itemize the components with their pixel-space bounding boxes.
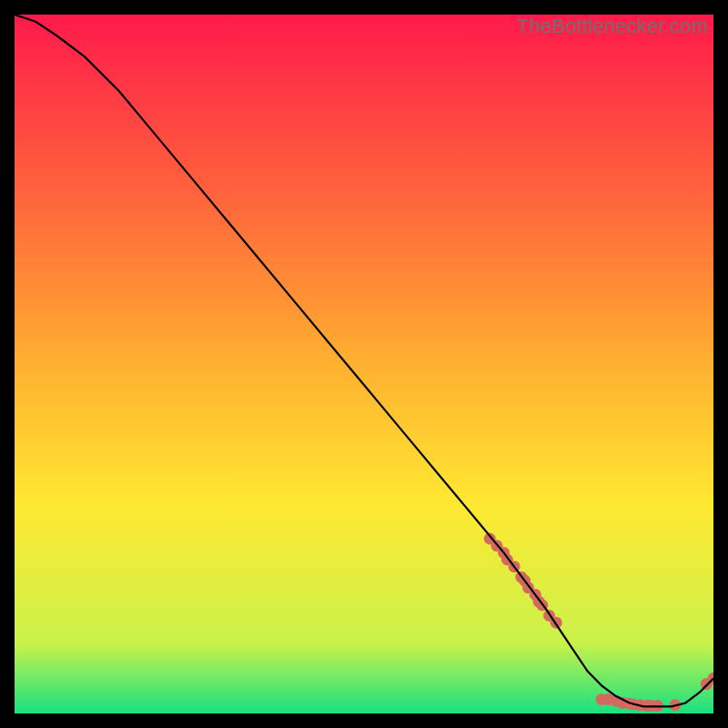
watermark-text: TheBottlenecker.com	[517, 15, 708, 38]
gradient-background	[15, 15, 713, 713]
chart-frame: TheBottlenecker.com	[15, 15, 713, 713]
chart-svg	[15, 15, 713, 713]
